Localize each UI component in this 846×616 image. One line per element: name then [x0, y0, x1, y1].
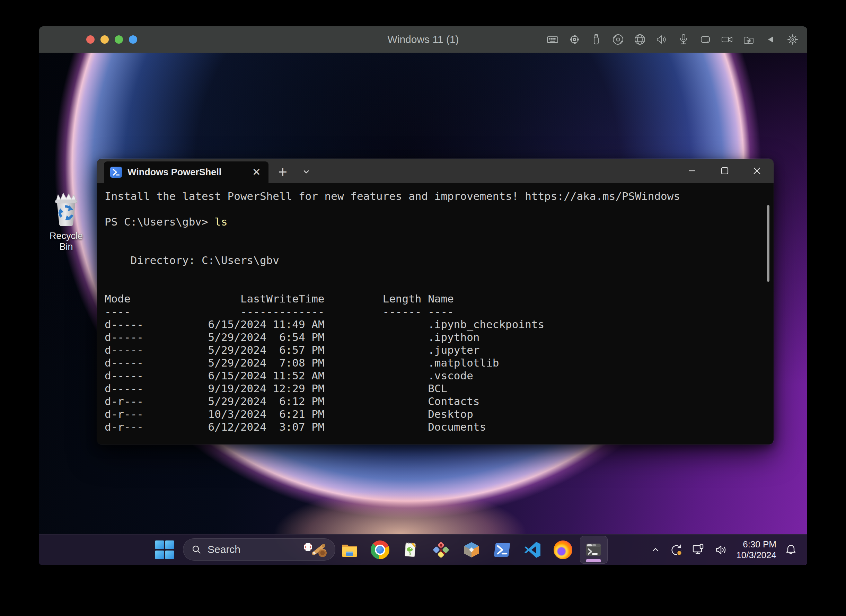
tray-chevron-up-icon[interactable]: [649, 544, 661, 556]
chrome-icon: [371, 541, 389, 559]
minimize-button[interactable]: [676, 159, 708, 183]
close-button[interactable]: [741, 159, 773, 183]
listing-row: d-----5/29/20246:57 PM.jupyter: [104, 344, 774, 357]
search-box[interactable]: Search: [183, 538, 335, 560]
windows-update-icon[interactable]: [669, 542, 683, 557]
row-date: 6/12/2024: [202, 420, 266, 434]
network-globe-icon[interactable]: [634, 33, 646, 46]
row-length: [325, 420, 422, 434]
row-mode: d-r---: [104, 395, 202, 408]
row-name: BCL: [428, 382, 447, 395]
terminal-window: Windows PowerShell ✕ + In: [97, 159, 774, 444]
blank-line: [104, 241, 774, 254]
camera-icon[interactable]: [721, 33, 733, 46]
listing-row: d-----5/29/20246:54 PM.ipython: [104, 331, 774, 344]
app-windows-terminal[interactable]: [584, 538, 603, 562]
listing-row: d-----9/19/202412:29 PMBCL: [104, 382, 774, 395]
settings-gear-icon[interactable]: [786, 33, 799, 46]
row-time: 7:08 PM: [266, 357, 325, 369]
row-mode: d-----: [104, 344, 202, 357]
new-tab-button[interactable]: +: [274, 163, 292, 181]
row-name: Desktop: [428, 408, 473, 420]
recycle-bin-label: Recycle Bin: [43, 231, 89, 252]
row-name: Documents: [428, 420, 486, 434]
shared-folder-icon[interactable]: [743, 33, 755, 46]
tab-bar-divider: [295, 164, 295, 179]
usb-icon[interactable]: [590, 33, 602, 46]
row-date: 5/29/2024: [202, 357, 266, 369]
divider-mode: ----: [104, 305, 202, 318]
blank-line: [104, 279, 774, 293]
chevron-down-icon: [301, 167, 311, 177]
row-mode: d-----: [104, 331, 202, 344]
start-button[interactable]: [155, 541, 174, 559]
listing-row: d-r---6/12/20243:07 PMDocuments: [104, 420, 774, 434]
recycle-bin-icon: [49, 190, 84, 229]
tab-windows-powershell[interactable]: Windows PowerShell ✕: [104, 162, 269, 183]
processor-icon[interactable]: [568, 33, 581, 46]
row-date: 5/29/2024: [202, 395, 266, 408]
screenshot-canvas: { "host": { "window_title": "Windows 11 …: [0, 0, 846, 616]
app-cube[interactable]: [462, 538, 481, 562]
row-length: [325, 408, 422, 420]
tray-clock[interactable]: 6:30 PM 10/3/2024: [736, 539, 776, 560]
row-length: [325, 318, 422, 331]
app-powershell[interactable]: [492, 538, 512, 562]
listing-row: d-r---10/3/20246:21 PMDesktop: [104, 408, 774, 420]
network-display-icon[interactable]: [691, 542, 706, 557]
terminal-output[interactable]: Install the latest PowerShell for new fe…: [97, 183, 774, 444]
system-tray: 6:30 PM 10/3/2024: [649, 535, 798, 565]
minimize-icon: [687, 166, 697, 176]
row-mode: d-----: [104, 382, 202, 395]
row-name: .ipynb_checkpoints: [428, 318, 544, 331]
disc-icon[interactable]: [612, 33, 624, 46]
notification-bell-icon[interactable]: [784, 543, 798, 557]
listing-divider: ---------------------------: [104, 305, 774, 318]
tab-close-button[interactable]: ✕: [251, 167, 262, 177]
row-length: [325, 344, 422, 357]
terminal-tab-bar: Windows PowerShell ✕ +: [97, 159, 774, 183]
listing-row: d-----5/29/20247:08 PM.matplotlib: [104, 357, 774, 369]
row-time: 11:52 AM: [266, 369, 325, 382]
taskbar: Search: [39, 534, 807, 565]
row-time: 11:49 AM: [266, 318, 325, 331]
keyboard-icon[interactable]: [546, 33, 559, 46]
divider-lastwritetime: -------------: [202, 305, 325, 318]
row-name: .jupyter: [428, 344, 479, 357]
powershell-tab-icon: [110, 167, 122, 178]
audio-output-icon[interactable]: [655, 33, 668, 46]
listing-row: d-r---5/29/20246:12 PMContacts: [104, 395, 774, 408]
app-firefox[interactable]: [553, 538, 573, 562]
tab-dropdown-button[interactable]: [297, 163, 315, 181]
row-time: 6:54 PM: [266, 331, 325, 344]
row-length: [325, 357, 422, 369]
terminal-scrollbar[interactable]: [767, 205, 770, 282]
divider-name: ----: [428, 305, 454, 318]
row-time: 6:21 PM: [266, 408, 325, 420]
mac-titlebar: Windows 11 (1): [39, 26, 807, 53]
header-lastwritetime: LastWriteTime: [202, 293, 325, 305]
app-vscode[interactable]: [523, 538, 542, 562]
maximize-button[interactable]: [709, 159, 741, 183]
app-chrome[interactable]: [370, 538, 390, 562]
windows-terminal-icon: [584, 541, 603, 559]
row-time: 12:29 PM: [266, 382, 325, 395]
row-time: 3:07 PM: [266, 420, 325, 434]
recycle-bin[interactable]: Recycle Bin: [43, 190, 89, 252]
app-notepad-plus-plus[interactable]: [401, 538, 420, 562]
app-git-gui[interactable]: [431, 538, 451, 562]
maximize-icon: [720, 166, 730, 176]
tray-time: 6:30 PM: [736, 539, 776, 550]
row-date: 5/29/2024: [202, 331, 266, 344]
volume-icon[interactable]: [714, 542, 728, 557]
row-date: 10/3/2024: [202, 408, 266, 420]
windows-logo-icon: [165, 541, 174, 549]
windows-logo-icon: [155, 541, 164, 549]
hard-disk-icon[interactable]: [699, 33, 712, 46]
divider-length: ------: [325, 305, 422, 318]
tray-date: 10/3/2024: [736, 550, 776, 560]
revert-icon[interactable]: [765, 33, 777, 46]
microphone-icon[interactable]: [677, 33, 690, 46]
app-file-explorer[interactable]: [340, 538, 359, 562]
row-mode: d-r---: [104, 420, 202, 434]
